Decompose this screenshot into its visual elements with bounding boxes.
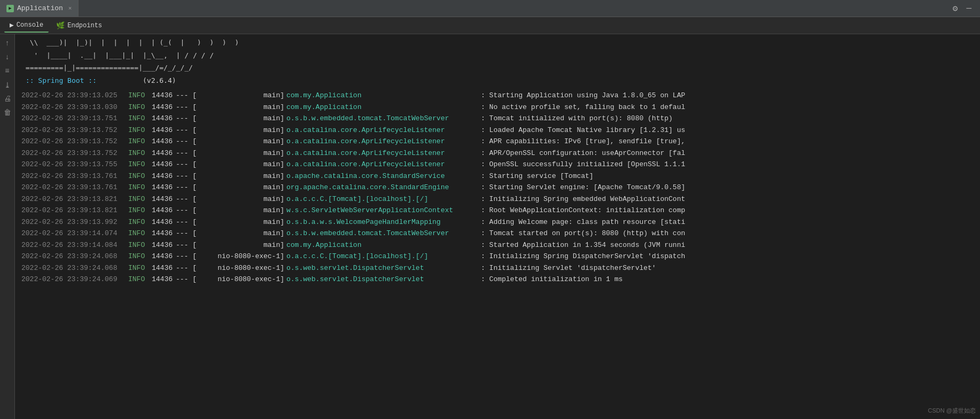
- wrap-button[interactable]: ≡: [2, 65, 13, 77]
- banner-line1: \\ ___)| |_)| | | | | | (_( | ) ) ) ): [15, 36, 980, 49]
- log-row: 2022-02-26 23:39:24.068 INFO 14436 --- […: [15, 251, 980, 262]
- log-row: 2022-02-26 23:39:13.751 INFO 14436 --- […: [15, 113, 980, 125]
- banner-line2: ' |____| .__| |___|_| |_\__, | / / / /: [15, 49, 980, 62]
- watermark: CSDN @盛世如恋: [928, 407, 976, 415]
- title-bar-controls: ⚙ —: [951, 2, 980, 15]
- log-row: 2022-02-26 23:39:13.752 INFO 14436 --- […: [15, 148, 980, 159]
- log-row: 2022-02-26 23:39:13.752 INFO 14436 --- […: [15, 125, 980, 136]
- log-row: 2022-02-26 23:39:14.074 INFO 14436 --- […: [15, 228, 980, 239]
- log-row: 2022-02-26 23:39:13.761 INFO 14436 --- […: [15, 182, 980, 193]
- tab-label: Application: [17, 4, 63, 12]
- log-row: 2022-02-26 23:39:13.030 INFO 14436 --- […: [15, 102, 980, 113]
- log-row: 2022-02-26 23:39:13.025 INFO 14436 --- […: [15, 90, 980, 102]
- print-button[interactable]: 🖨: [2, 93, 13, 105]
- banner-line4: :: Spring Boot :: (v2.6.4): [15, 74, 980, 87]
- banner-line3: =========|_|===============|___/=/_/_/_/: [15, 61, 980, 74]
- settings-button[interactable]: ⚙: [951, 2, 960, 15]
- app-icon: ▶: [6, 5, 14, 12]
- toolbar: ▶ Console 🌿 Endpoints: [0, 17, 980, 34]
- clear-button[interactable]: 🗑: [2, 107, 13, 119]
- console-icon: ▶: [10, 21, 14, 29]
- main-area: ↑ ↓ ≡ ⤓ 🖨 🗑 \\ ___)| |_)| | | | | | (_( …: [0, 34, 980, 419]
- endpoints-icon: 🌿: [56, 21, 65, 30]
- log-row: 2022-02-26 23:39:24.069 INFO 14436 --- […: [15, 274, 980, 285]
- minimize-button[interactable]: —: [964, 3, 974, 14]
- console-area[interactable]: \\ ___)| |_)| | | | | | (_( | ) ) ) ) ' …: [15, 34, 980, 419]
- sidebar: ↑ ↓ ≡ ⤓ 🖨 🗑: [0, 34, 15, 419]
- download-button[interactable]: ⤓: [2, 79, 13, 91]
- scroll-up-button[interactable]: ↑: [2, 37, 13, 49]
- tab-endpoints[interactable]: 🌿 Endpoints: [51, 19, 107, 32]
- tab-close-button[interactable]: ×: [68, 5, 72, 12]
- console-label: Console: [17, 21, 43, 29]
- log-row: 2022-02-26 23:39:13.992 INFO 14436 --- […: [15, 216, 980, 228]
- log-row: 2022-02-26 23:39:13.755 INFO 14436 --- […: [15, 159, 980, 170]
- log-row: 2022-02-26 23:39:24.068 INFO 14436 --- […: [15, 262, 980, 274]
- title-bar: ▶ Application × ⚙ —: [0, 0, 980, 17]
- scroll-down-button[interactable]: ↓: [2, 51, 13, 63]
- log-row: 2022-02-26 23:39:14.084 INFO 14436 --- […: [15, 239, 980, 251]
- title-tabs: ▶ Application ×: [0, 0, 79, 17]
- log-row: 2022-02-26 23:39:13.761 INFO 14436 --- […: [15, 170, 980, 182]
- tab-console[interactable]: ▶ Console: [4, 19, 49, 33]
- endpoints-label: Endpoints: [67, 22, 102, 29]
- log-row: 2022-02-26 23:39:13.821 INFO 14436 --- […: [15, 205, 980, 216]
- title-tab-application[interactable]: ▶ Application ×: [0, 0, 79, 17]
- log-row: 2022-02-26 23:39:13.821 INFO 14436 --- […: [15, 193, 980, 205]
- log-row: 2022-02-26 23:39:13.752 INFO 14436 --- […: [15, 136, 980, 148]
